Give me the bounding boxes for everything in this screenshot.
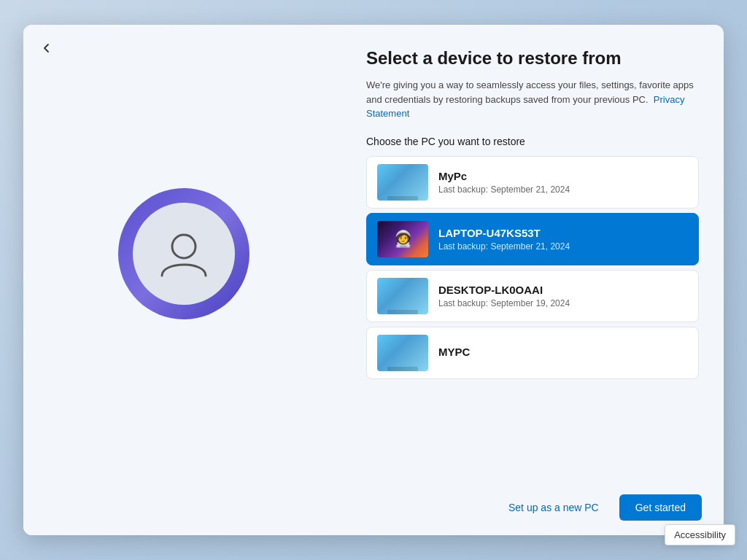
astronaut-emoji: 🧑‍🚀 xyxy=(393,230,413,249)
device-thumb-mypc xyxy=(377,164,428,201)
choose-label: Choose the PC you want to restore xyxy=(366,136,702,147)
device-name-mypc2: MYPC xyxy=(438,346,688,358)
device-info-laptop: LAPTOP-U47KS53T Last backup: September 2… xyxy=(438,227,688,252)
left-panel xyxy=(23,25,344,483)
svg-point-0 xyxy=(172,235,196,258)
device-item-laptop[interactable]: 🧑‍🚀 LAPTOP-U47KS53T Last backup: Septemb… xyxy=(366,213,699,265)
device-name-mypc: MyPc xyxy=(438,170,688,182)
description-body: We're giving you a way to seamlessly acc… xyxy=(366,79,694,105)
device-backup-laptop: Last backup: September 21, 2024 xyxy=(438,241,688,252)
device-backup-desktop: Last backup: September 19, 2024 xyxy=(438,298,688,308)
gaming-thumb-icon: 🧑‍🚀 xyxy=(377,221,428,257)
description-text: We're giving you a way to seamlessly acc… xyxy=(366,78,702,121)
right-panel: Select a device to restore from We're gi… xyxy=(344,25,724,483)
get-started-button[interactable]: Get started xyxy=(619,494,702,521)
device-name-desktop: DESKTOP-LK0OAAI xyxy=(438,284,688,296)
avatar-inner xyxy=(133,203,235,305)
device-thumb-desktop xyxy=(377,278,428,314)
device-info-mypc: MyPc Last backup: September 21, 2024 xyxy=(438,170,688,195)
setup-new-button[interactable]: Set up as a new PC xyxy=(500,496,608,519)
device-info-mypc2: MYPC xyxy=(438,346,688,360)
main-window: Select a device to restore from We're gi… xyxy=(23,25,724,535)
device-list-wrapper: MyPc Last backup: September 21, 2024 🧑‍🚀 xyxy=(366,156,702,468)
device-item-desktop[interactable]: DESKTOP-LK0OAAI Last backup: September 1… xyxy=(366,270,699,322)
device-list[interactable]: MyPc Last backup: September 21, 2024 🧑‍🚀 xyxy=(366,156,702,468)
device-name-laptop: LAPTOP-U47KS53T xyxy=(438,227,688,239)
page-title: Select a device to restore from xyxy=(366,47,702,69)
user-avatar-icon xyxy=(155,225,213,283)
device-info-desktop: DESKTOP-LK0OAAI Last backup: September 1… xyxy=(438,284,688,308)
avatar-container xyxy=(118,188,249,319)
device-backup-mypc: Last backup: September 21, 2024 xyxy=(438,184,688,195)
desktop2-thumb-icon xyxy=(377,278,428,314)
device-item-mypc[interactable]: MyPc Last backup: September 21, 2024 xyxy=(366,156,699,209)
device-item-mypc2[interactable]: MYPC xyxy=(366,327,699,379)
device-thumb-mypc2 xyxy=(377,335,428,371)
desktop3-thumb-icon xyxy=(377,335,428,371)
accessibility-button[interactable]: Accessibility xyxy=(665,524,735,545)
desktop-thumb-icon xyxy=(377,164,428,201)
device-thumb-laptop: 🧑‍🚀 xyxy=(377,221,428,257)
window-content: Select a device to restore from We're gi… xyxy=(23,25,724,483)
back-button[interactable] xyxy=(35,36,58,60)
footer: Set up as a new PC Get started xyxy=(23,483,724,535)
